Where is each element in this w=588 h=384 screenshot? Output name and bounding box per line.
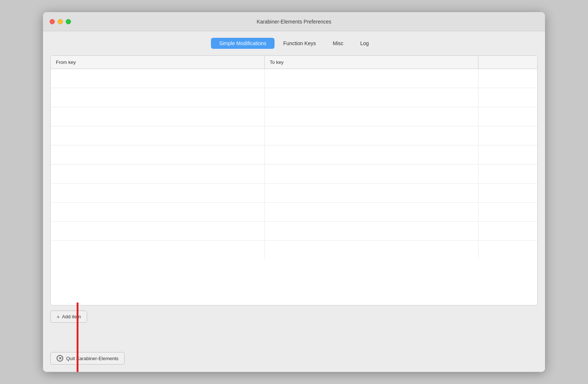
close-button[interactable] xyxy=(50,19,55,24)
actions-cell xyxy=(478,145,537,164)
bottom-buttons-container: + Add item ✕ Quit Karabiner-Elements xyxy=(50,305,538,365)
to-key-cell xyxy=(265,164,478,183)
from-key-cell xyxy=(51,126,265,145)
tab-simple-modifications[interactable]: Simple Modifications xyxy=(211,38,274,49)
modifications-table: From key To key xyxy=(50,55,538,305)
plus-icon: + xyxy=(57,314,60,320)
from-key-cell xyxy=(51,184,265,202)
to-key-cell xyxy=(265,126,478,145)
to-key-cell xyxy=(265,222,478,240)
traffic-lights xyxy=(50,19,71,24)
actions-header xyxy=(478,56,537,69)
table-row xyxy=(51,241,537,260)
table-row xyxy=(51,107,537,126)
from-key-header: From key xyxy=(51,56,265,69)
from-key-cell xyxy=(51,164,265,183)
actions-cell xyxy=(478,184,537,202)
from-key-cell xyxy=(51,222,265,240)
red-arrow xyxy=(67,303,89,372)
to-key-cell xyxy=(265,184,478,202)
content-area: Simple Modifications Function Keys Misc … xyxy=(43,31,545,372)
main-window: Karabiner-Elements Preferences Simple Mo… xyxy=(43,12,545,372)
to-key-cell xyxy=(265,88,478,107)
title-bar: Karabiner-Elements Preferences xyxy=(43,12,545,31)
x-circle-icon: ✕ xyxy=(57,355,63,362)
table-row xyxy=(51,69,537,88)
tab-misc[interactable]: Misc xyxy=(325,38,351,49)
to-key-cell xyxy=(265,69,478,88)
actions-cell xyxy=(478,164,537,183)
to-key-cell xyxy=(265,241,478,260)
table-row xyxy=(51,222,537,241)
actions-cell xyxy=(478,107,537,126)
to-key-cell xyxy=(265,107,478,126)
tab-bar: Simple Modifications Function Keys Misc … xyxy=(211,38,377,49)
actions-cell xyxy=(478,203,537,221)
actions-cell xyxy=(478,126,537,145)
from-key-cell xyxy=(51,107,265,126)
from-key-cell xyxy=(51,203,265,221)
table-row xyxy=(51,203,537,222)
table-row xyxy=(51,145,537,164)
to-key-cell xyxy=(265,203,478,221)
table-row xyxy=(51,126,537,145)
from-key-cell xyxy=(51,69,265,88)
maximize-button[interactable] xyxy=(66,19,71,24)
table-body xyxy=(51,69,537,305)
window-title: Karabiner-Elements Preferences xyxy=(257,19,331,25)
actions-cell xyxy=(478,241,537,260)
table-row xyxy=(51,88,537,107)
from-key-cell xyxy=(51,88,265,107)
table-header: From key To key xyxy=(51,56,537,69)
tab-log[interactable]: Log xyxy=(352,38,377,49)
table-row xyxy=(51,164,537,184)
to-key-cell xyxy=(265,145,478,164)
actions-cell xyxy=(478,222,537,240)
to-key-header: To key xyxy=(265,56,478,69)
actions-cell xyxy=(478,69,537,88)
from-key-cell xyxy=(51,145,265,164)
tab-function-keys[interactable]: Function Keys xyxy=(275,38,324,49)
minimize-button[interactable] xyxy=(58,19,63,24)
from-key-cell xyxy=(51,241,265,260)
actions-cell xyxy=(478,88,537,107)
table-row xyxy=(51,184,537,203)
